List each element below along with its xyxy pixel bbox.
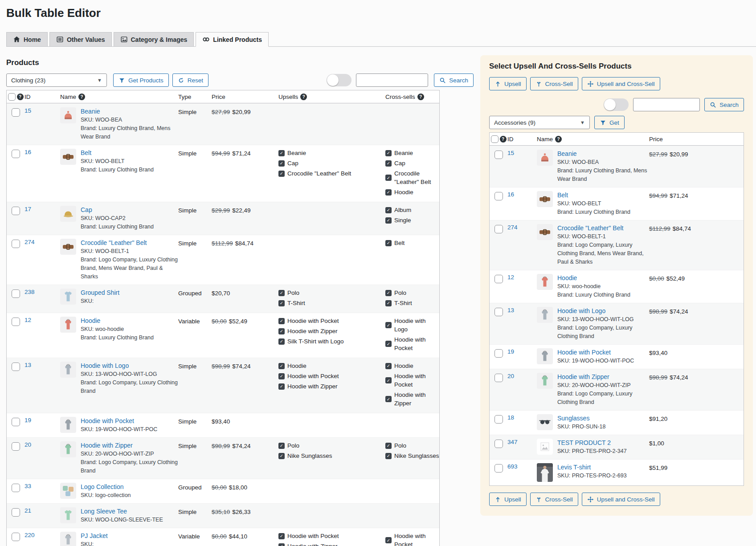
product-id-link[interactable]: 274 [507, 224, 518, 231]
row-checkbox[interactable] [12, 442, 20, 451]
tab-home[interactable]: Home [6, 32, 48, 47]
row-checkbox[interactable] [494, 225, 503, 233]
category-select[interactable]: Clothing (23) ▼ [6, 73, 107, 87]
product-name-link[interactable]: Hoodie [81, 317, 100, 324]
product-name-link[interactable]: Hoodie with Pocket [557, 349, 611, 356]
checked-checkbox[interactable]: ✓ [385, 207, 392, 213]
product-id-link[interactable]: 13 [507, 307, 514, 314]
checked-checkbox[interactable]: ✓ [278, 443, 285, 449]
checked-checkbox[interactable]: ✓ [385, 396, 392, 402]
checked-checkbox[interactable]: ✓ [385, 189, 392, 196]
product-name-link[interactable]: Hoodie with Logo [81, 362, 129, 369]
checked-checkbox[interactable]: ✓ [278, 300, 285, 306]
tab-linked-products[interactable]: Linked Products [196, 32, 269, 47]
tab-other-values[interactable]: Other Values [49, 32, 112, 47]
product-name-link[interactable]: Hoodie with Zipper [81, 442, 133, 449]
help-icon[interactable]: ? [78, 94, 85, 100]
help-icon[interactable]: ? [17, 94, 24, 100]
cross-sell-button[interactable]: Cross-Sell [530, 77, 578, 90]
checked-checkbox[interactable]: ✓ [278, 338, 285, 345]
product-name-link[interactable]: Hoodie with Zipper [557, 373, 609, 380]
checked-checkbox[interactable]: ✓ [385, 160, 392, 167]
row-checkbox[interactable] [12, 289, 20, 298]
product-name-link[interactable]: Hoodie with Pocket [81, 417, 134, 424]
row-checkbox[interactable] [494, 415, 503, 424]
product-id-link[interactable]: 16 [25, 149, 31, 155]
product-id-link[interactable]: 19 [25, 417, 31, 424]
upsell-search-input[interactable] [633, 98, 700, 111]
upsell-button[interactable]: Upsell [489, 77, 527, 90]
product-name-link[interactable]: Hoodie with Logo [557, 307, 605, 314]
row-checkbox[interactable] [494, 464, 503, 473]
upsell-and-cross-sell-button[interactable]: Upsell and Cross-Sell [582, 77, 660, 90]
reset-button[interactable]: Reset [172, 73, 208, 87]
product-id-link[interactable]: 238 [25, 289, 35, 295]
category-select[interactable]: Accessories (9) ▼ [489, 116, 590, 129]
row-checkbox[interactable] [12, 484, 20, 492]
checked-checkbox[interactable]: ✓ [385, 150, 392, 156]
product-id-link[interactable]: 220 [25, 532, 35, 538]
product-id-link[interactable]: 33 [25, 483, 31, 489]
checked-checkbox[interactable]: ✓ [278, 383, 285, 390]
product-id-link[interactable]: 20 [507, 373, 514, 379]
checked-checkbox[interactable]: ✓ [278, 290, 285, 296]
checked-checkbox[interactable]: ✓ [278, 453, 285, 459]
get-button[interactable]: Get [594, 116, 625, 129]
checked-checkbox[interactable]: ✓ [385, 443, 392, 449]
product-name-link[interactable]: Cap [81, 206, 92, 213]
row-checkbox[interactable] [12, 207, 20, 215]
row-checkbox[interactable] [494, 440, 503, 448]
product-name-link[interactable]: TEST PRODUCT 2 [557, 439, 611, 446]
product-name-link[interactable]: Belt [557, 192, 568, 199]
product-name-link[interactable]: Sunglasses [557, 415, 589, 422]
checked-checkbox[interactable]: ✓ [278, 543, 285, 546]
product-id-link[interactable]: 12 [507, 274, 514, 281]
checked-checkbox[interactable]: ✓ [278, 373, 285, 379]
checked-checkbox[interactable]: ✓ [385, 290, 392, 296]
product-name-link[interactable]: Crocodile "Leather" Belt [557, 224, 623, 232]
product-id-link[interactable]: 347 [507, 439, 518, 445]
help-icon[interactable]: ? [300, 94, 307, 100]
checked-checkbox[interactable]: ✓ [278, 318, 285, 324]
row-checkbox[interactable] [12, 418, 20, 426]
product-name-link[interactable]: Logo Collection [81, 483, 124, 490]
checked-checkbox[interactable]: ✓ [385, 217, 392, 224]
product-name-link[interactable]: Beanie [557, 150, 577, 157]
checked-checkbox[interactable]: ✓ [385, 363, 392, 369]
product-id-link[interactable]: 15 [507, 150, 514, 156]
products-search-input[interactable] [356, 73, 428, 87]
product-id-link[interactable]: 17 [25, 206, 31, 212]
checked-checkbox[interactable]: ✓ [278, 150, 285, 156]
product-name-link[interactable]: Beanie [81, 108, 100, 115]
checked-checkbox[interactable]: ✓ [385, 377, 392, 383]
product-id-link[interactable]: 16 [507, 191, 514, 198]
live-search-toggle[interactable] [327, 74, 351, 86]
checked-checkbox[interactable]: ✓ [385, 240, 392, 246]
product-id-link[interactable]: 274 [25, 239, 35, 245]
help-icon[interactable]: ? [417, 94, 424, 100]
checked-checkbox[interactable]: ✓ [278, 328, 285, 334]
product-id-link[interactable]: 15 [25, 107, 31, 114]
product-id-link[interactable]: 20 [25, 441, 31, 448]
checked-checkbox[interactable]: ✓ [385, 341, 392, 347]
select-all-checkbox[interactable] [8, 93, 16, 101]
row-checkbox[interactable] [494, 374, 503, 382]
product-name-link[interactable]: Belt [81, 149, 91, 156]
help-icon[interactable]: ? [555, 136, 562, 143]
select-all-checkbox[interactable] [491, 135, 499, 143]
row-checkbox[interactable] [494, 192, 503, 200]
row-checkbox[interactable] [12, 363, 20, 371]
product-id-link[interactable]: 13 [25, 362, 31, 368]
upsell-and-cross-sell-button[interactable]: Upsell and Cross-Sell [582, 493, 660, 506]
checked-checkbox[interactable]: ✓ [385, 322, 392, 328]
row-checkbox[interactable] [494, 308, 503, 316]
row-checkbox[interactable] [494, 151, 503, 159]
product-id-link[interactable]: 21 [25, 507, 31, 514]
product-name-link[interactable]: PJ Jacket [81, 532, 108, 539]
row-checkbox[interactable] [12, 508, 20, 517]
product-name-link[interactable]: Long Sleeve Tee [81, 508, 127, 515]
live-search-toggle[interactable] [604, 98, 629, 111]
product-name-link[interactable]: Crocodile "Leather" Belt [81, 239, 147, 246]
checked-checkbox[interactable]: ✓ [278, 363, 285, 369]
product-id-link[interactable]: 693 [507, 463, 518, 470]
